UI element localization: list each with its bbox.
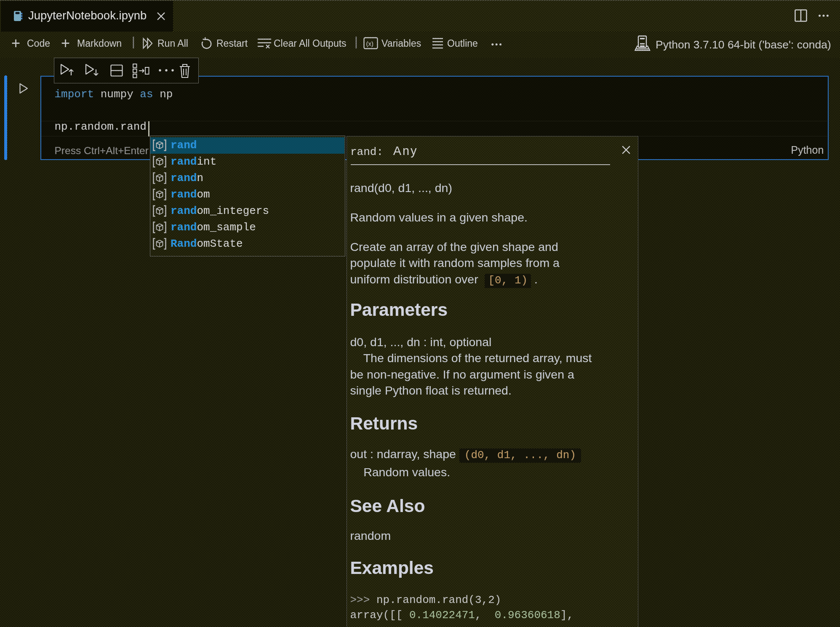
svg-text:(x): (x) [366, 40, 374, 47]
